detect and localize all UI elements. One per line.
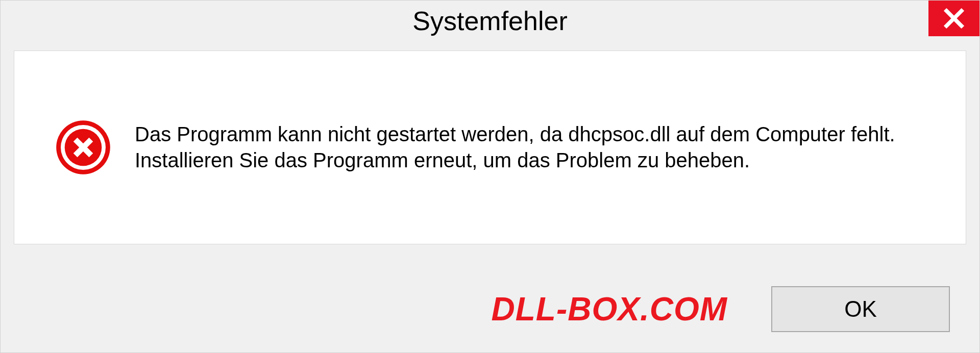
ok-button-label: OK	[844, 296, 877, 322]
close-button[interactable]	[928, 1, 979, 36]
close-icon	[943, 7, 965, 30]
content-panel: Das Programm kann nicht gestartet werden…	[14, 51, 966, 244]
error-icon	[55, 119, 111, 175]
ok-button[interactable]: OK	[771, 286, 950, 332]
watermark-text: DLL-BOX.COM	[492, 290, 728, 328]
title-bar: Systemfehler	[1, 1, 979, 41]
dialog-title: Systemfehler	[412, 6, 567, 36]
error-message: Das Programm kann nicht gestartet werden…	[135, 121, 945, 173]
error-dialog: Systemfehler Das Programm kann nicht ges…	[0, 0, 980, 353]
dialog-footer: DLL-BOX.COM OK	[1, 266, 979, 352]
